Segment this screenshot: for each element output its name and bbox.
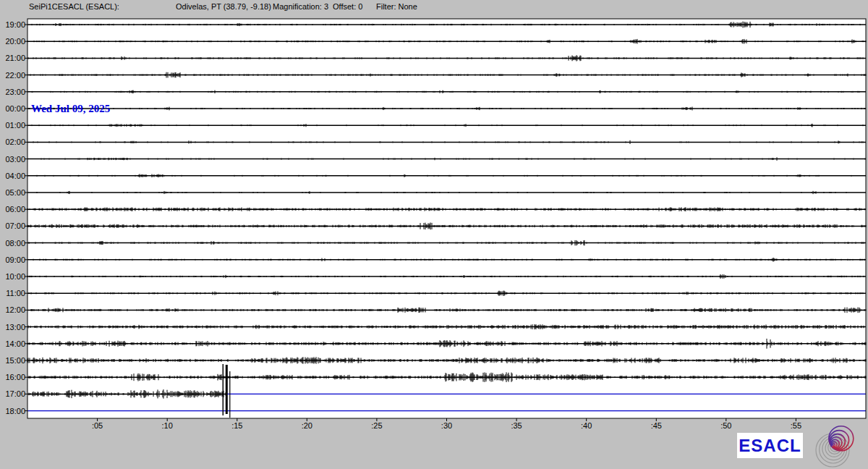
hour-label: 14:00 <box>5 339 25 348</box>
hour-label: 07:00 <box>5 221 25 230</box>
hour-label: 04:00 <box>5 172 25 180</box>
hour-ticks <box>25 25 27 411</box>
hour-label: 08:00 <box>5 239 25 248</box>
hour-label: 18:00 <box>5 407 25 415</box>
minute-label: :20 <box>302 421 312 430</box>
minute-label: :50 <box>720 421 731 430</box>
hour-label: 00:00 <box>5 104 25 113</box>
minute-label: :05 <box>92 421 103 430</box>
hour-label: 02:00 <box>5 138 25 146</box>
hour-label: 21:00 <box>5 54 25 62</box>
minute-label: :10 <box>162 421 173 430</box>
webicorder-page: { "header": { "station": "SeiPi1CESACL (… <box>0 0 868 469</box>
hour-label: 09:00 <box>5 255 25 264</box>
hour-label: 23:00 <box>5 88 25 96</box>
minute-label: :15 <box>231 421 242 430</box>
minute-label: :55 <box>791 421 801 430</box>
hour-label: 05:00 <box>5 188 25 197</box>
hour-label: 13:00 <box>5 323 25 331</box>
plot-background <box>27 19 866 418</box>
hour-label: 22:00 <box>5 71 25 80</box>
hour-label: 17:00 <box>5 389 25 398</box>
esacl-spiral-logo-icon <box>812 423 859 469</box>
hour-label: 15:00 <box>5 356 25 365</box>
hour-label: 12:00 <box>5 305 25 314</box>
hour-label: 03:00 <box>5 155 25 164</box>
helicorder-plot: 19:0020:0021:0022:0023:0000:0001:0002:00… <box>0 0 868 469</box>
date-label: Wed Jul 09, 2025 <box>31 103 110 115</box>
minute-label: :35 <box>511 421 522 430</box>
hour-label: 19:00 <box>5 20 25 29</box>
hour-label: 10:00 <box>5 272 25 281</box>
hour-label: 16:00 <box>5 373 25 381</box>
minute-ticks <box>98 418 796 421</box>
hour-label: 20:00 <box>5 37 25 46</box>
hour-label: 11:00 <box>6 289 25 297</box>
hour-label: 01:00 <box>5 121 25 130</box>
minute-label: :25 <box>371 421 382 430</box>
hour-label: 06:00 <box>5 205 25 214</box>
minute-label: :45 <box>651 421 662 430</box>
minute-label: :30 <box>441 421 452 430</box>
esacl-logo-text: ESACL <box>737 433 803 458</box>
minute-label: :40 <box>581 421 592 430</box>
